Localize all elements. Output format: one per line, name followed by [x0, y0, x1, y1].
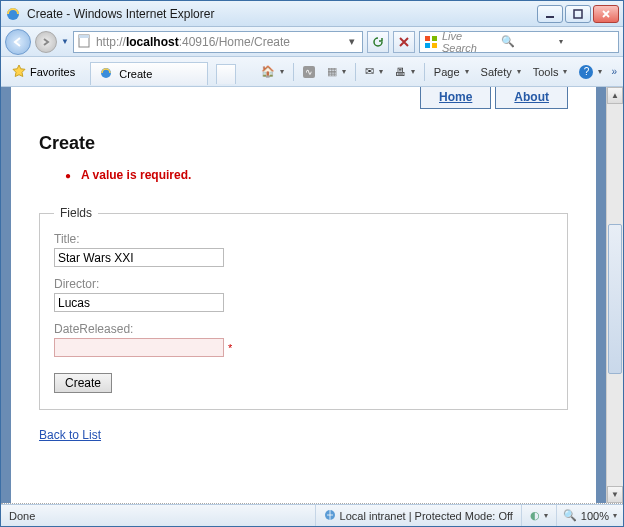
site-nav: Home About: [420, 87, 568, 109]
validation-error: A value is required.: [65, 168, 568, 182]
new-tab-button[interactable]: [216, 64, 236, 84]
favorites-button[interactable]: Favorites: [5, 60, 82, 84]
status-progress-cell: ◐ ▾: [522, 505, 557, 526]
maximize-button[interactable]: [565, 5, 591, 23]
feeds-dropdown-button[interactable]: ▦: [322, 61, 351, 83]
address-dropdown-icon[interactable]: ▾: [345, 35, 359, 48]
mail-button[interactable]: ✉: [360, 61, 388, 83]
url-input[interactable]: http://localhost:40916/Home/Create: [94, 34, 342, 50]
zone-label: Local intranet | Protected Mode: Off: [340, 510, 513, 522]
title-input[interactable]: [54, 248, 224, 267]
svg-rect-8: [432, 43, 437, 48]
back-button[interactable]: [5, 29, 31, 55]
favorites-bar: Favorites Create 🏠 ∿ ▦ ✉ 🖶 Page Safety T…: [1, 57, 623, 87]
required-marker: *: [228, 342, 232, 354]
safety-menu-label: Safety: [481, 66, 512, 78]
browser-tab[interactable]: Create: [90, 62, 208, 85]
svg-rect-2: [574, 10, 582, 18]
url-host: localhost: [126, 35, 179, 49]
fieldset-legend: Fields: [54, 206, 98, 220]
url-prefix: http://: [96, 35, 126, 49]
zone-icon: [324, 509, 336, 523]
svg-rect-7: [425, 43, 430, 48]
live-search-icon: [424, 35, 438, 49]
zoom-control[interactable]: 🔍 100% ▾: [557, 509, 623, 522]
date-released-field: DateReleased: *: [54, 322, 553, 357]
ie-page-icon: [99, 66, 113, 82]
content-area: Home About Create A value is required. F…: [1, 87, 623, 503]
zoom-icon: 🔍: [563, 509, 577, 522]
status-bar: Done Local intranet | Protected Mode: Of…: [1, 504, 623, 526]
address-bar[interactable]: http://localhost:40916/Home/Create ▾: [73, 31, 363, 53]
svg-rect-5: [425, 36, 430, 41]
title-label: Title:: [54, 232, 553, 246]
back-to-list-link[interactable]: Back to List: [39, 428, 101, 442]
nav-dropdown-icon[interactable]: ▼: [61, 37, 69, 46]
status-zone: Local intranet | Protected Mode: Off: [316, 505, 522, 526]
page-menu-button[interactable]: Page: [429, 61, 474, 83]
favorites-label: Favorites: [30, 66, 75, 78]
search-go-icon[interactable]: 🔍: [501, 35, 556, 48]
svg-rect-6: [432, 36, 437, 41]
tools-menu-button[interactable]: Tools: [528, 61, 573, 83]
scroll-track[interactable]: [607, 104, 623, 486]
help-icon: ?: [579, 65, 593, 79]
page-heading: Create: [39, 133, 568, 154]
url-rest: :40916/Home/Create: [179, 35, 290, 49]
svg-rect-1: [546, 16, 554, 18]
scroll-thumb[interactable]: [608, 224, 622, 374]
date-released-label: DateReleased:: [54, 322, 553, 336]
print-icon: 🖶: [395, 66, 406, 78]
tab-title: Create: [119, 68, 199, 80]
window-frame: Create - Windows Internet Explorer ▼ htt…: [0, 0, 624, 527]
search-dd-icon[interactable]: ▾: [559, 37, 614, 46]
fields-fieldset: Fields Title: Director: DateReleased: * …: [39, 206, 568, 410]
rss-icon: ▦: [327, 65, 337, 78]
safety-menu-button[interactable]: Safety: [476, 61, 526, 83]
separator: [355, 63, 356, 81]
home-icon: 🏠: [261, 65, 275, 78]
separator: [293, 63, 294, 81]
minimize-button[interactable]: [537, 5, 563, 23]
mail-icon: ✉: [365, 65, 374, 78]
window-buttons: [537, 5, 619, 23]
progress-icon: ◐: [530, 509, 540, 522]
ie-icon: [5, 6, 21, 22]
page-icon: [77, 34, 91, 50]
zoom-level: 100%: [581, 510, 609, 522]
home-dropdown-button[interactable]: 🏠: [256, 61, 289, 83]
separator: [424, 63, 425, 81]
scroll-down-button[interactable]: ▼: [607, 486, 623, 503]
scroll-up-button[interactable]: ▲: [607, 87, 623, 104]
director-field: Director:: [54, 277, 553, 312]
command-bar: 🏠 ∿ ▦ ✉ 🖶 Page Safety Tools ? »: [256, 61, 619, 83]
overflow-icon[interactable]: »: [609, 66, 619, 77]
date-released-input[interactable]: [54, 338, 224, 357]
forward-button[interactable]: [35, 31, 57, 53]
page: Home About Create A value is required. F…: [11, 87, 596, 503]
status-text: Done: [1, 505, 316, 526]
star-icon: [12, 64, 26, 80]
titlebar: Create - Windows Internet Explorer: [1, 1, 623, 27]
director-label: Director:: [54, 277, 553, 291]
page-menu-label: Page: [434, 66, 460, 78]
help-button[interactable]: ?: [574, 61, 607, 83]
search-box[interactable]: Live Search 🔍 ▾: [419, 31, 619, 53]
refresh-button[interactable]: [367, 31, 389, 53]
nav-about-link[interactable]: About: [495, 87, 568, 109]
print-button[interactable]: 🖶: [390, 61, 420, 83]
viewport: Home About Create A value is required. F…: [1, 87, 606, 503]
create-button[interactable]: Create: [54, 373, 112, 393]
stop-button[interactable]: [393, 31, 415, 53]
nav-home-link[interactable]: Home: [420, 87, 491, 109]
navigation-bar: ▼ http://localhost:40916/Home/Create ▾ L…: [1, 27, 623, 57]
svg-rect-4: [79, 35, 89, 38]
vertical-scrollbar[interactable]: ▲ ▼: [606, 87, 623, 503]
feed-icon: ∿: [303, 66, 315, 78]
close-button[interactable]: [593, 5, 619, 23]
director-input[interactable]: [54, 293, 224, 312]
search-placeholder: Live Search: [442, 30, 497, 54]
feeds-button[interactable]: ∿: [298, 61, 320, 83]
title-field: Title:: [54, 232, 553, 267]
tools-menu-label: Tools: [533, 66, 559, 78]
